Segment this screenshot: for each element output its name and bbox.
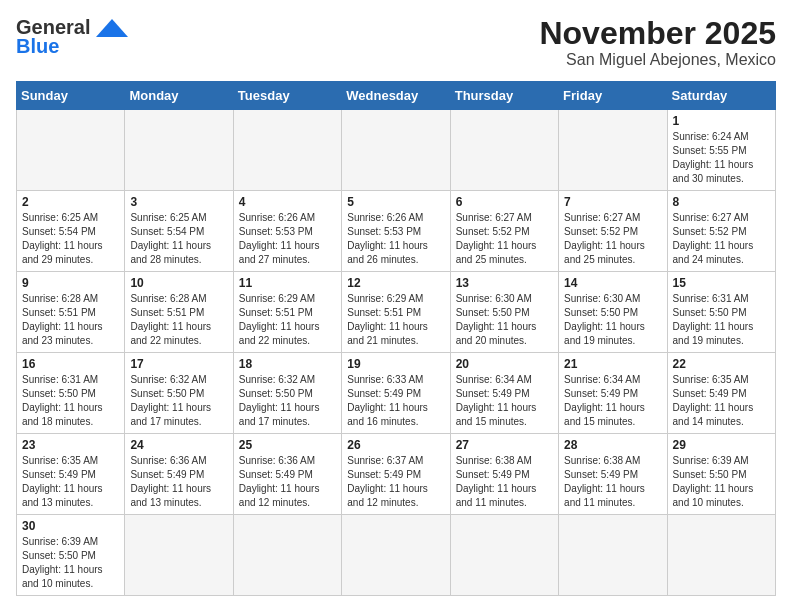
day-number: 20 — [456, 357, 553, 371]
day-info: Sunrise: 6:27 AM Sunset: 5:52 PM Dayligh… — [456, 211, 553, 267]
day-cell — [17, 110, 125, 191]
day-number: 26 — [347, 438, 444, 452]
day-info: Sunrise: 6:29 AM Sunset: 5:51 PM Dayligh… — [347, 292, 444, 348]
day-cell: 19Sunrise: 6:33 AM Sunset: 5:49 PM Dayli… — [342, 353, 450, 434]
day-cell: 30Sunrise: 6:39 AM Sunset: 5:50 PM Dayli… — [17, 515, 125, 596]
day-number: 4 — [239, 195, 336, 209]
day-number: 9 — [22, 276, 119, 290]
day-cell — [559, 110, 667, 191]
day-info: Sunrise: 6:36 AM Sunset: 5:49 PM Dayligh… — [130, 454, 227, 510]
day-number: 24 — [130, 438, 227, 452]
day-cell — [450, 515, 558, 596]
weekday-header-monday: Monday — [125, 82, 233, 110]
day-info: Sunrise: 6:33 AM Sunset: 5:49 PM Dayligh… — [347, 373, 444, 429]
day-cell: 14Sunrise: 6:30 AM Sunset: 5:50 PM Dayli… — [559, 272, 667, 353]
day-cell — [125, 110, 233, 191]
location: San Miguel Abejones, Mexico — [539, 51, 776, 69]
day-cell: 21Sunrise: 6:34 AM Sunset: 5:49 PM Dayli… — [559, 353, 667, 434]
day-cell — [342, 110, 450, 191]
day-number: 12 — [347, 276, 444, 290]
day-cell: 13Sunrise: 6:30 AM Sunset: 5:50 PM Dayli… — [450, 272, 558, 353]
day-info: Sunrise: 6:25 AM Sunset: 5:54 PM Dayligh… — [22, 211, 119, 267]
day-cell — [342, 515, 450, 596]
day-cell — [233, 515, 341, 596]
logo-blue: Blue — [16, 35, 59, 58]
day-cell: 25Sunrise: 6:36 AM Sunset: 5:49 PM Dayli… — [233, 434, 341, 515]
day-info: Sunrise: 6:32 AM Sunset: 5:50 PM Dayligh… — [239, 373, 336, 429]
weekday-header-friday: Friday — [559, 82, 667, 110]
day-number: 19 — [347, 357, 444, 371]
day-cell: 22Sunrise: 6:35 AM Sunset: 5:49 PM Dayli… — [667, 353, 775, 434]
day-cell: 28Sunrise: 6:38 AM Sunset: 5:49 PM Dayli… — [559, 434, 667, 515]
day-cell: 6Sunrise: 6:27 AM Sunset: 5:52 PM Daylig… — [450, 191, 558, 272]
day-number: 17 — [130, 357, 227, 371]
day-info: Sunrise: 6:35 AM Sunset: 5:49 PM Dayligh… — [673, 373, 770, 429]
day-number: 11 — [239, 276, 336, 290]
day-number: 25 — [239, 438, 336, 452]
day-number: 2 — [22, 195, 119, 209]
day-info: Sunrise: 6:24 AM Sunset: 5:55 PM Dayligh… — [673, 130, 770, 186]
day-cell: 17Sunrise: 6:32 AM Sunset: 5:50 PM Dayli… — [125, 353, 233, 434]
day-info: Sunrise: 6:36 AM Sunset: 5:49 PM Dayligh… — [239, 454, 336, 510]
day-number: 14 — [564, 276, 661, 290]
week-row-2: 9Sunrise: 6:28 AM Sunset: 5:51 PM Daylig… — [17, 272, 776, 353]
day-number: 30 — [22, 519, 119, 533]
day-cell: 10Sunrise: 6:28 AM Sunset: 5:51 PM Dayli… — [125, 272, 233, 353]
day-info: Sunrise: 6:27 AM Sunset: 5:52 PM Dayligh… — [673, 211, 770, 267]
day-number: 21 — [564, 357, 661, 371]
day-cell — [233, 110, 341, 191]
day-cell: 1Sunrise: 6:24 AM Sunset: 5:55 PM Daylig… — [667, 110, 775, 191]
day-cell: 11Sunrise: 6:29 AM Sunset: 5:51 PM Dayli… — [233, 272, 341, 353]
day-cell: 2Sunrise: 6:25 AM Sunset: 5:54 PM Daylig… — [17, 191, 125, 272]
day-info: Sunrise: 6:38 AM Sunset: 5:49 PM Dayligh… — [564, 454, 661, 510]
weekday-header-row: SundayMondayTuesdayWednesdayThursdayFrid… — [17, 82, 776, 110]
day-cell — [450, 110, 558, 191]
weekday-header-thursday: Thursday — [450, 82, 558, 110]
day-cell: 12Sunrise: 6:29 AM Sunset: 5:51 PM Dayli… — [342, 272, 450, 353]
weekday-header-saturday: Saturday — [667, 82, 775, 110]
day-info: Sunrise: 6:34 AM Sunset: 5:49 PM Dayligh… — [564, 373, 661, 429]
day-cell — [559, 515, 667, 596]
day-number: 7 — [564, 195, 661, 209]
day-number: 5 — [347, 195, 444, 209]
day-number: 1 — [673, 114, 770, 128]
day-cell — [667, 515, 775, 596]
day-info: Sunrise: 6:31 AM Sunset: 5:50 PM Dayligh… — [22, 373, 119, 429]
day-number: 28 — [564, 438, 661, 452]
day-cell: 29Sunrise: 6:39 AM Sunset: 5:50 PM Dayli… — [667, 434, 775, 515]
day-number: 18 — [239, 357, 336, 371]
day-number: 13 — [456, 276, 553, 290]
day-info: Sunrise: 6:35 AM Sunset: 5:49 PM Dayligh… — [22, 454, 119, 510]
day-info: Sunrise: 6:26 AM Sunset: 5:53 PM Dayligh… — [347, 211, 444, 267]
logo: General Blue — [16, 16, 130, 58]
day-info: Sunrise: 6:37 AM Sunset: 5:49 PM Dayligh… — [347, 454, 444, 510]
weekday-header-wednesday: Wednesday — [342, 82, 450, 110]
day-cell: 3Sunrise: 6:25 AM Sunset: 5:54 PM Daylig… — [125, 191, 233, 272]
day-info: Sunrise: 6:27 AM Sunset: 5:52 PM Dayligh… — [564, 211, 661, 267]
day-info: Sunrise: 6:29 AM Sunset: 5:51 PM Dayligh… — [239, 292, 336, 348]
day-cell: 18Sunrise: 6:32 AM Sunset: 5:50 PM Dayli… — [233, 353, 341, 434]
day-number: 10 — [130, 276, 227, 290]
day-info: Sunrise: 6:34 AM Sunset: 5:49 PM Dayligh… — [456, 373, 553, 429]
day-cell: 20Sunrise: 6:34 AM Sunset: 5:49 PM Dayli… — [450, 353, 558, 434]
day-number: 15 — [673, 276, 770, 290]
week-row-3: 16Sunrise: 6:31 AM Sunset: 5:50 PM Dayli… — [17, 353, 776, 434]
day-cell: 5Sunrise: 6:26 AM Sunset: 5:53 PM Daylig… — [342, 191, 450, 272]
day-info: Sunrise: 6:28 AM Sunset: 5:51 PM Dayligh… — [130, 292, 227, 348]
day-cell — [125, 515, 233, 596]
day-cell: 27Sunrise: 6:38 AM Sunset: 5:49 PM Dayli… — [450, 434, 558, 515]
month-title: November 2025 — [539, 16, 776, 51]
day-info: Sunrise: 6:25 AM Sunset: 5:54 PM Dayligh… — [130, 211, 227, 267]
logo-icon — [94, 17, 130, 39]
day-info: Sunrise: 6:39 AM Sunset: 5:50 PM Dayligh… — [22, 535, 119, 591]
day-cell: 24Sunrise: 6:36 AM Sunset: 5:49 PM Dayli… — [125, 434, 233, 515]
day-cell: 16Sunrise: 6:31 AM Sunset: 5:50 PM Dayli… — [17, 353, 125, 434]
week-row-4: 23Sunrise: 6:35 AM Sunset: 5:49 PM Dayli… — [17, 434, 776, 515]
day-cell: 4Sunrise: 6:26 AM Sunset: 5:53 PM Daylig… — [233, 191, 341, 272]
day-cell: 8Sunrise: 6:27 AM Sunset: 5:52 PM Daylig… — [667, 191, 775, 272]
svg-marker-0 — [96, 19, 128, 37]
day-info: Sunrise: 6:28 AM Sunset: 5:51 PM Dayligh… — [22, 292, 119, 348]
day-cell: 15Sunrise: 6:31 AM Sunset: 5:50 PM Dayli… — [667, 272, 775, 353]
day-info: Sunrise: 6:26 AM Sunset: 5:53 PM Dayligh… — [239, 211, 336, 267]
title-area: November 2025 San Miguel Abejones, Mexic… — [539, 16, 776, 69]
